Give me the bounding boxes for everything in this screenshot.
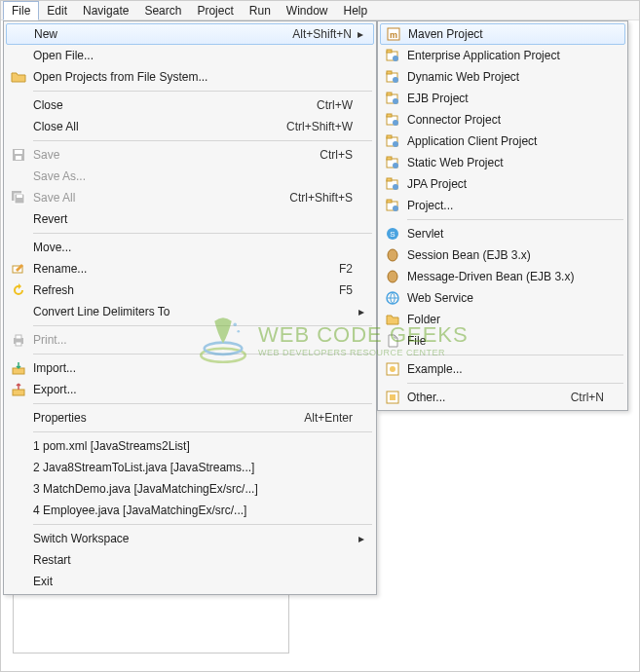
menu-item-label: Folder (405, 313, 604, 326)
file-menu-move[interactable]: Move... (6, 237, 374, 258)
new-menu-enterprise-application-project[interactable]: Enterprise Application Project (380, 45, 625, 66)
svg-rect-1 (15, 150, 22, 154)
svg-rect-33 (387, 178, 392, 181)
file-menu-dropdown: NewAlt+Shift+N▸Open File...Open Projects… (3, 20, 377, 595)
menu-item-label: Save All (31, 191, 280, 205)
new-menu-example[interactable]: Example... (380, 358, 625, 380)
file-menu-print[interactable]: Print... (6, 329, 374, 351)
menu-file[interactable]: File (3, 1, 39, 20)
file-menu-new[interactable]: NewAlt+Shift+N▸ (6, 23, 374, 45)
new-menu-message-driven-bean-ejb-3-x[interactable]: Message-Driven Bean (EJB 3.x) (380, 266, 625, 287)
menu-navigate[interactable]: Navigate (75, 2, 136, 19)
svg-text:m: m (390, 30, 397, 40)
file-menu-save-all[interactable]: Save AllCtrl+Shift+S (6, 187, 374, 208)
svg-point-37 (393, 205, 398, 211)
file-menu-rename[interactable]: Rename...F2 (6, 258, 374, 280)
svg-text:S: S (390, 230, 395, 239)
menu-item-label: Example... (405, 362, 604, 376)
menu-item-label: 2 Java8StreamToList.java [JavaStreams...… (31, 461, 353, 474)
file-menu-save-as[interactable]: Save As... (6, 166, 374, 187)
svg-rect-24 (387, 114, 392, 117)
menu-item-label: Exit (31, 575, 353, 588)
file-menu-convert-line-delimiters-to[interactable]: Convert Line Delimiters To▸ (6, 301, 374, 322)
proj-app-icon (380, 133, 405, 149)
new-menu-maven-project[interactable]: mMaven Project (380, 23, 625, 45)
example-icon (380, 361, 405, 377)
file-menu-restart[interactable]: Restart (6, 549, 374, 571)
menu-item-label: 4 Employee.java [JavaMatchingEx/src/...] (31, 504, 353, 517)
menu-edit[interactable]: Edit (39, 2, 75, 19)
menu-item-accelerator: Ctrl+W (317, 98, 353, 112)
menu-separator (407, 355, 623, 355)
file-menu-2-java8streamtolist-java-javastreams[interactable]: 2 Java8StreamToList.java [JavaStreams...… (6, 457, 374, 478)
new-menu-application-client-project[interactable]: Application Client Project (380, 131, 625, 152)
new-menu-web-service[interactable]: Web Service (380, 287, 625, 309)
rename-icon (6, 261, 31, 277)
file-menu-3-matchdemo-java-javamatchingex-src[interactable]: 3 MatchDemo.java [JavaMatchingEx/src/...… (6, 478, 374, 500)
file-menu-1-pom-xml-javastreams2list[interactable]: 1 pom.xml [JavaStreams2List] (6, 435, 374, 457)
menu-item-accelerator: Ctrl+N (571, 391, 604, 404)
file-menu-revert[interactable]: Revert (6, 208, 374, 230)
menu-separator (33, 431, 372, 432)
new-menu-servlet[interactable]: SServlet (380, 223, 625, 244)
menu-item-label: Other... (405, 391, 561, 404)
proj-ejb-icon (380, 91, 405, 106)
file-menu-export[interactable]: Export... (6, 379, 374, 400)
menu-item-label: Export... (31, 383, 353, 396)
svg-point-25 (393, 120, 398, 126)
menu-separator (33, 354, 372, 355)
menu-window[interactable]: Window (279, 2, 336, 19)
file-menu-4-employee-java-javamatchingex-src[interactable]: 4 Employee.java [JavaMatchingEx/src/...] (6, 500, 374, 521)
new-menu-static-web-project[interactable]: Static Web Project (380, 152, 625, 173)
menu-item-accelerator: Ctrl+Shift+S (289, 191, 353, 205)
svg-rect-30 (387, 157, 392, 160)
servlet-icon: S (380, 226, 405, 242)
menu-item-label: EJB Project (405, 92, 604, 105)
menu-item-label: Convert Line Delimiters To (31, 305, 353, 318)
new-menu-project[interactable]: Project... (380, 195, 625, 216)
other-icon (380, 390, 405, 405)
file-menu-properties[interactable]: PropertiesAlt+Enter (6, 407, 374, 429)
svg-rect-18 (387, 71, 392, 74)
menu-separator (33, 524, 372, 525)
menu-item-label: Rename... (31, 262, 329, 276)
print-icon (6, 332, 31, 348)
new-menu-session-bean-ejb-3-x[interactable]: Session Bean (EJB 3.x) (380, 244, 625, 266)
menu-item-label: Move... (31, 241, 353, 254)
menu-item-label: Refresh (31, 283, 329, 297)
new-menu-ejb-project[interactable]: EJB Project (380, 88, 625, 109)
svg-rect-8 (16, 335, 21, 339)
svg-rect-10 (13, 368, 24, 374)
menu-search[interactable]: Search (136, 2, 189, 19)
new-menu-connector-project[interactable]: Connector Project (380, 109, 625, 131)
file-menu-refresh[interactable]: RefreshF5 (6, 280, 374, 301)
save-all-icon (6, 190, 31, 205)
file-menu-import[interactable]: Import... (6, 357, 374, 379)
folder-open-icon (6, 69, 31, 85)
menu-item-label: Save As... (31, 169, 353, 183)
menu-item-label: Maven Project (406, 27, 603, 41)
menu-item-label: Close All (31, 120, 277, 133)
new-menu-folder[interactable]: Folder (380, 309, 625, 330)
menu-help[interactable]: Help (336, 2, 376, 19)
new-menu-dynamic-web-project[interactable]: Dynamic Web Project (380, 66, 625, 88)
submenu-arrow-icon: ▸ (353, 305, 364, 318)
new-menu-file[interactable]: File (380, 330, 625, 352)
new-menu-jpa-project[interactable]: JPA Project (380, 173, 625, 195)
file-menu-open-file[interactable]: Open File... (6, 45, 374, 66)
menu-item-label: Enterprise Application Project (405, 49, 604, 62)
svg-rect-2 (16, 156, 21, 160)
menu-item-label: Properties (31, 411, 294, 425)
new-submenu: mMaven ProjectEnterprise Application Pro… (377, 20, 628, 411)
file-menu-save[interactable]: SaveCtrl+S (6, 144, 374, 166)
file-menu-open-projects-from-file-system[interactable]: Open Projects from File System... (6, 66, 374, 88)
file-menu-exit[interactable]: Exit (6, 571, 374, 592)
file-menu-close-all[interactable]: Close AllCtrl+Shift+W (6, 116, 374, 137)
menu-run[interactable]: Run (242, 2, 279, 19)
file-menu-switch-workspace[interactable]: Switch Workspace▸ (6, 528, 374, 549)
new-menu-other[interactable]: Other...Ctrl+N (380, 387, 625, 408)
file-menu-close[interactable]: CloseCtrl+W (6, 94, 374, 116)
menu-item-label: Revert (31, 212, 353, 226)
bean-icon (380, 247, 405, 263)
menu-project[interactable]: Project (189, 2, 241, 19)
